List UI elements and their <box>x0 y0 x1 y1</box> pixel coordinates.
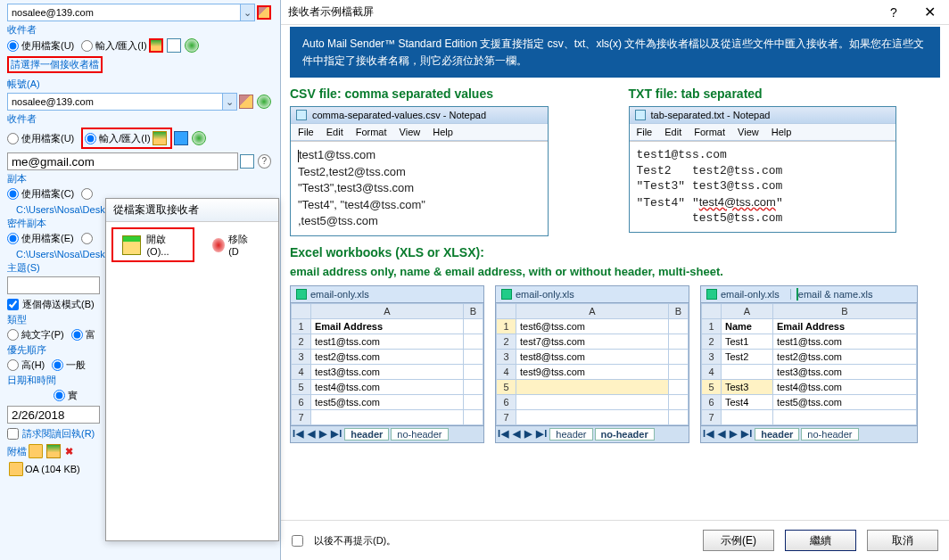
import-radio-cc[interactable] <box>81 188 93 200</box>
date-input[interactable] <box>7 406 100 424</box>
attach-label: 附檔 <box>7 445 27 458</box>
delete-icon <box>212 238 225 252</box>
xls-icon <box>296 289 307 300</box>
help-icon[interactable]: ? <box>258 154 271 169</box>
refresh-icon-3[interactable] <box>192 131 206 145</box>
subject-input[interactable] <box>7 276 100 294</box>
example-button[interactable]: 示例(E) <box>703 530 774 551</box>
xls-heading: Excel workbooks (XLS or XLSX): <box>290 245 940 259</box>
example-dialog: 接收者示例檔截屏 ? ✕ Auto Mail Sender™ Standard … <box>281 0 949 560</box>
rich-radio[interactable] <box>71 329 83 341</box>
txt-heading: TXT file: tab separated <box>629 86 941 101</box>
import-radio-bcc[interactable] <box>81 233 93 244</box>
browse-icon[interactable] <box>149 38 163 53</box>
csv-heading: CSV file: comma separated values <box>290 86 602 101</box>
input-import-radio-2[interactable] <box>85 133 96 144</box>
recipient-input[interactable] <box>7 152 238 170</box>
attach-add-icon[interactable] <box>29 444 43 458</box>
continue-button[interactable]: 繼續 <box>785 530 856 551</box>
high-radio[interactable] <box>7 359 19 371</box>
account-dropdown[interactable]: ⌄ <box>223 93 237 111</box>
use-file-radio-2[interactable] <box>7 133 19 144</box>
item-mode-check[interactable] <box>7 299 19 310</box>
attach-open-icon[interactable] <box>46 444 61 458</box>
attach-remove-icon[interactable]: ✖ <box>65 446 73 457</box>
page-icon[interactable] <box>167 38 181 53</box>
edit-icon-2[interactable] <box>239 95 253 109</box>
open-button[interactable]: 開啟(O)... <box>111 227 194 262</box>
xls-icon <box>706 289 717 300</box>
select-recipient-prompt[interactable]: 請選擇一個接收者檔 <box>7 56 103 73</box>
account-label: 帳號(A) <box>7 78 273 91</box>
txt-notepad: tab-separated.txt - Notepad FileEditForm… <box>629 106 896 233</box>
refresh-icon[interactable] <box>185 38 199 53</box>
from-dropdown[interactable]: ⌄ <box>241 4 255 21</box>
cc-label: 副本 <box>7 172 273 185</box>
xls-1: email-only.xls AB 1Email Address 2test1@… <box>290 285 484 443</box>
remove-button[interactable]: 移除(D <box>203 229 264 260</box>
open-folder-icon <box>122 235 141 255</box>
form-panel: ⌄ 收件者 使用檔案(U) 輸入/匯入(I) 請選擇一個接收者檔 帳號(A) ⌄… <box>0 0 281 560</box>
input-import-label: 輸入/匯入(I) <box>95 39 146 53</box>
file-picker-title: 從檔案選取接收者 <box>106 199 278 222</box>
use-file-radio-bcc[interactable] <box>7 233 19 244</box>
folder-icon <box>9 462 23 476</box>
use-file-label: 使用檔案(U) <box>21 39 74 53</box>
page-icon-2[interactable] <box>240 154 253 169</box>
file-picker-popup: 從檔案選取接收者 開啟(O)... 移除(D <box>105 198 279 541</box>
use-file-radio-cc[interactable] <box>7 188 19 200</box>
use-file-radio-1[interactable] <box>7 40 19 52</box>
from-email-input[interactable] <box>7 4 241 21</box>
notepad-icon <box>296 110 307 120</box>
notepad-icon <box>635 110 646 120</box>
xls-icon <box>501 289 512 300</box>
info-banner: Auto Mail Sender™ Standard Edition 支援直接指… <box>290 27 940 78</box>
plain-radio[interactable] <box>7 329 19 341</box>
help-button[interactable]: ? <box>876 1 912 24</box>
real-radio[interactable] <box>54 390 65 401</box>
refresh-icon-2[interactable] <box>257 95 271 109</box>
attachment-item[interactable]: OA (104 KB) <box>25 464 80 474</box>
xls-2: email-only.xls AB 1test6@tss.com 2test7@… <box>495 285 689 443</box>
read-receipt-check[interactable] <box>7 428 19 440</box>
no-show-check[interactable] <box>292 535 303 547</box>
recipients-label-2: 收件者 <box>7 112 273 126</box>
xls-subheading: email address only, name & email address… <box>290 265 940 278</box>
cancel-button[interactable]: 取消 <box>867 530 938 551</box>
recipients-label: 收件者 <box>7 23 273 37</box>
account-email-input[interactable] <box>7 93 223 111</box>
browse-icon-2[interactable] <box>153 131 167 145</box>
xls-3: email-only.xls email & name.xls AB 1Name… <box>700 285 918 443</box>
csv-notepad: comma-separated-values.csv - Notepad Fil… <box>290 106 549 236</box>
normal-radio[interactable] <box>52 359 63 371</box>
dialog-title: 接收者示例檔截屏 <box>283 4 876 20</box>
input-import-radio-1[interactable] <box>81 40 93 52</box>
save-icon[interactable] <box>174 131 188 145</box>
close-button[interactable]: ✕ <box>912 1 947 24</box>
edit-icon[interactable] <box>257 5 271 20</box>
